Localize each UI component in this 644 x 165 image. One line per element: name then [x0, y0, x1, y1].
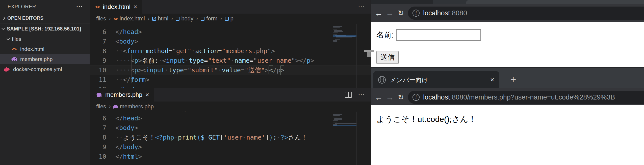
code-line[interactable]: 6</head>	[90, 27, 371, 37]
back-icon[interactable]: ←	[374, 9, 383, 17]
split-editor-icon[interactable]	[345, 92, 352, 98]
breadcrumb-item[interactable]: files	[96, 15, 106, 22]
sym-icon	[176, 17, 179, 21]
welcome-text: ようこそ！ut.code();さん！	[376, 114, 476, 125]
file-label: members.php	[20, 56, 53, 62]
line-number: 6	[90, 27, 106, 37]
line-number: 5	[90, 112, 106, 114]
code-line[interactable]: 7<body>	[90, 123, 371, 133]
site-info-icon[interactable]: i	[413, 10, 420, 17]
editor-more-actions-icon[interactable]: •••	[358, 93, 365, 97]
address-bar[interactable]: i localhost:8080/members.php?user-name=u…	[408, 91, 644, 104]
editor-group-index-html: <> index.html × ••• files›<>index.html›h…	[90, 0, 371, 88]
forward-icon[interactable]: →	[385, 9, 394, 17]
site-info-icon[interactable]: i	[413, 94, 420, 101]
close-icon[interactable]: ×	[145, 91, 149, 99]
php-icon	[113, 105, 118, 108]
url-rest: :8080/members.php?user-name=ut.code%28%2…	[450, 93, 615, 101]
new-tab-icon[interactable]: +	[507, 74, 519, 86]
browser2-active-tab[interactable]: メンバー向け ×	[373, 71, 499, 89]
tab-bar: <> index.html × •••	[90, 0, 371, 14]
file-label: docker-compose.yml	[13, 66, 62, 72]
breadcrumb-item[interactable]: <>index.html	[113, 15, 145, 22]
line-number: 8	[90, 46, 106, 56]
browser1-page: 名前: 送信	[371, 22, 644, 67]
code-line[interactable]: 10</html>	[90, 152, 371, 161]
tab-members-php[interactable]: members.php ×	[90, 88, 154, 102]
breadcrumb-item[interactable]: members.php	[113, 103, 154, 110]
code-editor-members-php[interactable]: 5··<title>メンバー向け</title>6</head>7<body>8…	[90, 112, 371, 158]
line-number: 11	[90, 75, 106, 85]
breadcrumb-item[interactable]: html	[152, 15, 168, 22]
editor-group-members-php: members.php × ••• files›members.php 5··<…	[90, 88, 371, 165]
code-line[interactable]: 9····<p>名前:·<input·type="text"·name="use…	[90, 56, 371, 65]
code-line[interactable]: 5··<title>メンバー向け</title>	[90, 112, 371, 114]
code-line[interactable]: 12</body>	[90, 85, 371, 88]
html-file-icon: <>	[95, 4, 100, 9]
tab-label: members.php	[105, 91, 142, 98]
minimap[interactable]	[333, 24, 356, 88]
workspace-root-section[interactable]: SAMPLE [SSH: 192.168.56.101]	[0, 23, 90, 34]
php-elephant-icon	[95, 92, 102, 97]
code-editor-index-html[interactable]: 6</head>7<body>8··<form·method="get"·act…	[90, 24, 371, 88]
breadcrumb-item[interactable]: form	[201, 15, 217, 22]
sym-icon	[201, 17, 204, 21]
browser1-tabstrip-right	[466, 0, 644, 4]
close-icon[interactable]: ×	[134, 3, 137, 11]
file-label: index.html	[20, 46, 44, 52]
browser2-page: ようこそ！ut.code();さん！	[371, 105, 644, 165]
html-icon: <>	[113, 16, 118, 21]
submit-button[interactable]: 送信	[376, 51, 399, 64]
line-number: 10	[90, 152, 106, 161]
close-icon[interactable]: ×	[490, 76, 494, 84]
sym-icon	[225, 17, 229, 21]
tab-index-html[interactable]: <> index.html ×	[90, 0, 142, 14]
line-number: 7	[90, 123, 106, 133]
code-line[interactable]: 10····<p><input·type="submit"·value="送信"…	[90, 65, 371, 75]
code-line[interactable]: 7<body>	[90, 37, 371, 46]
line-number: 9	[90, 142, 106, 152]
open-editors-section[interactable]: OPEN EDITORS	[0, 13, 90, 23]
breadcrumb-item[interactable]: body	[176, 15, 193, 22]
tree-item-docker-compose[interactable]: docker-compose.yml	[0, 64, 90, 74]
code-line[interactable]: 8··<form·method="get"·action="members.ph…	[90, 46, 371, 56]
name-label: 名前:	[376, 30, 394, 40]
breadcrumb-separator-icon: ›	[171, 15, 173, 22]
tree-indent-guide	[8, 47, 8, 67]
line-number: 9	[90, 56, 106, 65]
minimap[interactable]	[333, 112, 356, 165]
name-input[interactable]	[396, 29, 481, 41]
reload-icon[interactable]: ↻	[396, 10, 405, 17]
indent-guide	[131, 54, 132, 83]
explorer-more-actions-icon[interactable]: •••	[76, 5, 83, 9]
browser1-toolbar: ← → ↻ i localhost:8080	[371, 4, 644, 22]
html-file-icon: <>	[11, 47, 18, 52]
code-line[interactable]: 11··</form>	[90, 75, 371, 85]
workspace-root-label: SAMPLE [SSH: 192.168.56.101]	[7, 26, 81, 32]
tree-item-members-php[interactable]: members.php	[0, 54, 90, 64]
back-icon[interactable]: ←	[374, 93, 383, 101]
editor-more-actions-icon[interactable]: •••	[358, 5, 365, 9]
code-line[interactable]: 6</head>	[90, 114, 371, 123]
code-line[interactable]: 8··ようこそ！<?php·print($_GET['user-name']);…	[90, 133, 371, 142]
folder-label: files	[12, 36, 21, 42]
tree-item-files-folder[interactable]: files	[0, 34, 90, 44]
breadcrumb-item[interactable]: files	[96, 103, 106, 110]
browser1-active-tab-bottom[interactable]	[371, 0, 433, 4]
explorer-sidebar: EXPLORER ••• OPEN EDITORS SAMPLE [SSH: 1…	[0, 0, 90, 165]
line-number: 10	[90, 65, 106, 75]
tree-item-index-html[interactable]: <> index.html	[0, 44, 90, 54]
globe-icon	[378, 76, 386, 84]
forward-icon[interactable]: →	[385, 93, 394, 101]
breadcrumb-separator-icon: ›	[196, 15, 198, 22]
editor-area: <> index.html × ••• files›<>index.html›h…	[90, 0, 371, 165]
scrollbar[interactable]	[356, 112, 371, 165]
address-bar[interactable]: i localhost:8080	[408, 7, 644, 20]
docker-whale-icon	[4, 67, 11, 72]
code-line[interactable]: 9</body>	[90, 142, 371, 152]
chevron-down-icon	[7, 37, 10, 40]
breadcrumb-item[interactable]: p	[225, 15, 234, 22]
reload-icon[interactable]: ↻	[396, 94, 405, 101]
column-resize-cursor	[364, 50, 374, 57]
line-number: 6	[90, 114, 106, 123]
